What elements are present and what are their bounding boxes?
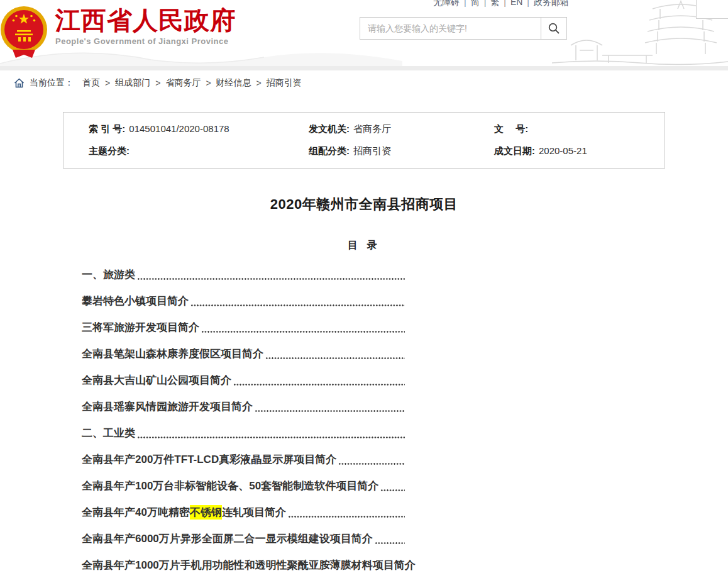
meta-agency-value: 省商务厅 <box>353 123 391 135</box>
toc-item: 二、工业类 <box>82 420 405 446</box>
dot-leader <box>288 516 405 518</box>
dot-leader <box>137 437 405 438</box>
dot-leader <box>137 278 405 280</box>
page: 江西省人民政府 People's Government of Jiangxi P… <box>0 0 728 573</box>
nav-simplified-link[interactable]: 简 <box>471 0 480 7</box>
toc-item-text: 一、旅游类 <box>82 267 135 282</box>
nav-separator: | <box>484 0 487 7</box>
site-logo[interactable]: 江西省人民政府 People's Government of Jiangxi P… <box>0 2 236 60</box>
search-button[interactable] <box>541 18 566 39</box>
toc-item-text: 全南县年产100万台非标智能设备、50套智能制造软件项目简介 <box>82 479 378 493</box>
toc-item-text: 全南县瑶寨风情园旅游开发项目简介 <box>82 399 253 414</box>
toc-item: 全南县年产1000万片手机用功能性和透明性聚酰亚胺薄膜材料项目简介 <box>82 552 405 573</box>
toc-item-highlighted-term: 不锈钢 <box>190 505 222 520</box>
breadcrumb-separator: > <box>206 78 211 88</box>
meta-row: 主题分类: 组配分类: 招商引资 成文日期: 2020-05-21 <box>89 140 665 162</box>
nav-gov-mail-link[interactable]: 政务邮箱 <box>534 0 569 7</box>
search-icon <box>548 22 560 35</box>
document-meta-box: 索 引 号: 014501041/2020-08178 发文机关: 省商务厅 文… <box>63 112 665 169</box>
national-emblem-icon <box>0 2 49 60</box>
toc-heading: 目 录 <box>0 239 728 252</box>
toc-item: 全南县瑶寨风情园旅游开发项目简介 <box>82 393 405 420</box>
nav-separator: | <box>504 0 506 7</box>
toc-item: 全南县年产40万吨精密不锈钢连轧项目简介 <box>82 499 405 525</box>
search-bar <box>360 17 567 40</box>
dot-leader <box>255 410 405 412</box>
document-body: 2020年赣州市全南县招商项目 目 录 一、旅游类 攀岩特色小镇项目简介 三将军… <box>0 195 728 573</box>
breadcrumb-item-departments[interactable]: 组成部门 <box>115 77 150 89</box>
breadcrumb-label: 当前位置： <box>30 77 74 89</box>
table-of-contents: 一、旅游类 攀岩特色小镇项目简介 三将军旅游开发项目简介 全南县笔架山森林康养度… <box>82 261 405 573</box>
breadcrumb-item-finance-info[interactable]: 财经信息 <box>216 77 251 89</box>
top-utility-nav: 无障碍|简|繁|EN|政务邮箱 <box>433 0 569 8</box>
toc-item-text: 攀岩特色小镇项目简介 <box>82 294 189 308</box>
dot-leader <box>265 357 405 359</box>
toc-item-text: 全南县年产6000万片异形全面屏二合一显示模组建设项目简介 <box>82 531 373 546</box>
toc-item-text: 全南县年产40万吨精密 <box>82 505 190 520</box>
meta-issuing-agency: 发文机关: 省商务厅 <box>309 123 494 135</box>
breadcrumb-item-home[interactable]: 首页 <box>82 77 100 89</box>
home-icon <box>14 78 25 88</box>
document-title: 2020年赣州市全南县招商项目 <box>0 195 728 214</box>
meta-date-value: 2020-05-21 <box>539 145 587 156</box>
nav-traditional-link[interactable]: 繁 <box>490 0 499 7</box>
dot-leader <box>201 331 405 333</box>
meta-index-value: 014501041/2020-08178 <box>129 123 229 134</box>
toc-item-text: 全南县笔架山森林康养度假区项目简介 <box>82 347 263 361</box>
dot-leader <box>190 304 405 306</box>
dot-leader <box>338 463 405 465</box>
search-input[interactable] <box>360 18 541 39</box>
breadcrumb-item-investment[interactable]: 招商引资 <box>267 77 302 89</box>
meta-index-label: 索 引 号: <box>89 123 125 135</box>
dot-leader <box>375 542 405 544</box>
site-titles: 江西省人民政府 People's Government of Jiangxi P… <box>55 2 236 46</box>
toc-item: 全南县年产6000万片异形全面屏二合一显示模组建设项目简介 <box>82 525 405 552</box>
breadcrumb: 当前位置： 首页 > 组成部门 > 省商务厅 > 财经信息 > 招商引资 <box>0 70 728 96</box>
toc-item: 三将军旅游开发项目简介 <box>82 314 405 340</box>
toc-item: 全南县大吉山矿山公园项目简介 <box>82 367 405 393</box>
toc-item-text: 全南县年产1000万片手机用功能性和透明性聚酰亚胺薄膜材料项目简介 <box>82 558 416 572</box>
meta-issue-date: 成文日期: 2020-05-21 <box>494 145 587 157</box>
nav-accessibility-link[interactable]: 无障碍 <box>433 0 460 7</box>
nav-separator: | <box>464 0 466 7</box>
dot-leader <box>380 489 405 491</box>
breadcrumb-item-commerce-dept[interactable]: 省商务厅 <box>165 77 201 89</box>
toc-item-text: 全南县年产200万件TFT-LCD真彩液晶显示屏项目简介 <box>82 452 336 467</box>
site-header: 江西省人民政府 People's Government of Jiangxi P… <box>0 0 728 66</box>
meta-index-number: 索 引 号: 014501041/2020-08178 <box>89 123 309 135</box>
nav-separator: | <box>527 0 529 7</box>
toc-item: 攀岩特色小镇项目简介 <box>82 287 405 314</box>
meta-docnum-label: 文 号: <box>494 123 528 135</box>
site-subtitle: People's Government of Jiangxi Province <box>55 36 236 46</box>
toc-item-text: 全南县大吉山矿山公园项目简介 <box>82 373 231 387</box>
meta-group-label: 组配分类: <box>309 145 350 157</box>
nav-english-link[interactable]: EN <box>510 0 522 7</box>
toc-item-text: 二、工业类 <box>82 426 135 440</box>
breadcrumb-separator: > <box>256 78 262 88</box>
meta-row: 索 引 号: 014501041/2020-08178 发文机关: 省商务厅 文… <box>89 118 665 140</box>
dot-leader <box>233 384 405 386</box>
meta-agency-label: 发文机关: <box>309 123 350 135</box>
breadcrumb-separator: > <box>105 78 110 88</box>
corner-widget <box>696 0 728 19</box>
toc-item-text: 三将军旅游开发项目简介 <box>82 320 199 335</box>
toc-item: 全南县笔架山森林康养度假区项目简介 <box>82 340 405 367</box>
meta-group-value: 招商引资 <box>353 145 391 157</box>
toc-item: 全南县年产200万件TFT-LCD真彩液晶显示屏项目简介 <box>82 446 405 472</box>
meta-date-label: 成文日期: <box>494 145 535 157</box>
toc-item-text: 连轧项目简介 <box>222 505 286 520</box>
site-name: 江西省人民政府 <box>55 6 236 35</box>
toc-item: 一、旅游类 <box>82 261 405 287</box>
meta-doc-number: 文 号: <box>494 123 532 135</box>
meta-topic-label: 主题分类: <box>89 145 130 157</box>
meta-topic-category: 主题分类: <box>89 145 309 157</box>
header-divider <box>0 66 728 70</box>
meta-group-category: 组配分类: 招商引资 <box>309 145 494 157</box>
toc-item: 全南县年产100万台非标智能设备、50套智能制造软件项目简介 <box>82 472 405 499</box>
breadcrumb-separator: > <box>155 78 160 88</box>
